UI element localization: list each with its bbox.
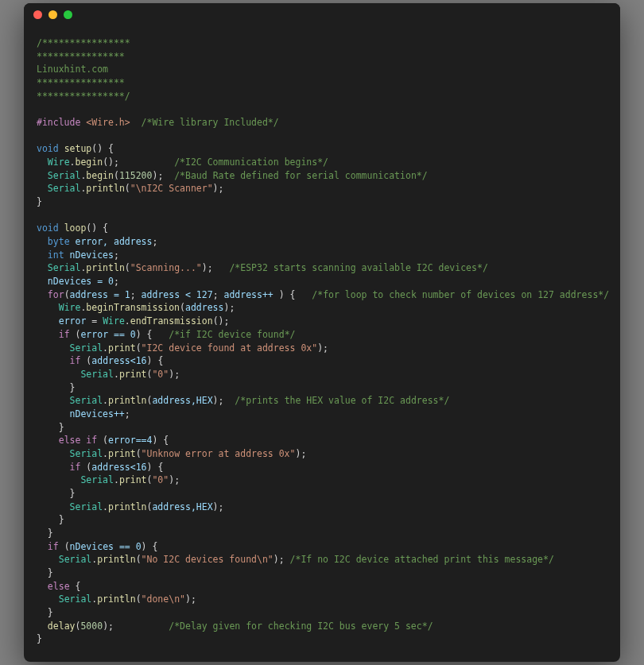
delay-arg: 5000: [80, 621, 103, 632]
serial-obj: Serial: [48, 262, 81, 273]
cond: error == 0: [80, 329, 135, 340]
wire-obj: Wire: [59, 302, 81, 313]
if-kw: if: [48, 541, 59, 552]
begin-tx: beginTransmission: [86, 302, 180, 313]
args: address,HEX: [152, 395, 212, 406]
serial-obj: Serial: [59, 593, 92, 605]
print: print: [108, 342, 136, 354]
if-kw: if: [70, 355, 81, 366]
serial-obj: Serial: [70, 448, 103, 459]
comment: /*ESP32 starts scanning available I2C de…: [229, 262, 487, 273]
close-icon[interactable]: [33, 10, 42, 19]
serial-println: println: [86, 183, 124, 194]
string: "\nI2C Scanner": [130, 183, 213, 194]
zoom-icon[interactable]: [64, 10, 72, 19]
type: int: [48, 249, 64, 261]
include-directive: #include: [37, 117, 80, 128]
serial-obj: Serial: [59, 554, 92, 565]
string: "Unknow error at address 0x": [142, 448, 296, 459]
type: byte: [48, 236, 70, 247]
println: println: [108, 501, 146, 512]
print: print: [119, 369, 147, 380]
serial-obj: Serial: [48, 170, 81, 181]
cond: error==4: [108, 435, 152, 446]
println: println: [97, 554, 135, 565]
wire-obj: Wire: [103, 315, 125, 327]
minimize-icon[interactable]: [48, 10, 57, 19]
serial-obj: Serial: [70, 395, 103, 406]
comment: /*Baud Rate defined for serial communica…: [174, 170, 428, 181]
for-inc: address++: [223, 289, 273, 300]
comment: /*I2C Communication begins*/: [174, 157, 328, 168]
comment: /*If no I2C device attached print this m…: [290, 554, 554, 565]
cond: nDevices == 0: [70, 541, 142, 552]
args: address,HEX: [152, 501, 212, 512]
serial-obj: Serial: [48, 183, 81, 194]
for-kw: for: [48, 289, 64, 300]
string: "done\n": [142, 593, 185, 605]
wire-obj: Wire: [48, 157, 70, 168]
code-window: /**************** **************** Linux…: [24, 3, 620, 662]
header-comment: /**************** **************** Linux…: [37, 37, 130, 102]
string: "I2C device found at address 0x": [142, 342, 318, 354]
string: "0": [152, 369, 169, 380]
end-tx: endTransmission: [130, 315, 213, 327]
string: "0": [152, 474, 169, 485]
comment: /*prints the HEX value of I2C address*/: [235, 395, 449, 406]
code-area: /**************** **************** Linux…: [24, 25, 620, 662]
cond: address<16: [91, 462, 146, 473]
serial-begin: begin: [86, 170, 114, 181]
serial-obj: Serial: [80, 369, 114, 380]
println: println: [108, 395, 146, 406]
stmt: nDevices++: [70, 408, 125, 419]
else-kw: else: [48, 581, 70, 592]
cond: address<16: [91, 355, 146, 366]
elseif-kw: else if: [59, 435, 97, 446]
wire-begin: begin: [76, 157, 103, 168]
print: print: [119, 474, 147, 485]
serial-obj: Serial: [70, 342, 103, 354]
serial-obj: Serial: [70, 501, 103, 512]
vars: nDevices: [70, 249, 114, 261]
setup-fn: setup: [64, 143, 92, 154]
vars: error, address: [76, 236, 153, 247]
for-init: address = 1: [70, 289, 130, 300]
println: println: [86, 262, 124, 273]
string: "No I2C devices found\n": [142, 554, 274, 565]
comment: /*Delay given for checking I2C bus every…: [169, 621, 433, 632]
lhs: error: [59, 315, 87, 327]
stmt: nDevices = 0: [48, 276, 114, 287]
include-header: <Wire.h>: [86, 117, 130, 128]
loop-ret: void: [37, 222, 59, 234]
arg: address: [185, 302, 223, 313]
delay-fn: delay: [48, 621, 76, 632]
baud: 115200: [119, 170, 153, 181]
setup-ret: void: [37, 143, 59, 154]
comment: /*if I2C device found*/: [169, 329, 295, 340]
print: print: [108, 448, 136, 459]
if-kw: if: [59, 329, 70, 340]
comment: /*for loop to check number of devices on…: [312, 289, 609, 300]
for-cond: address < 127: [142, 289, 213, 300]
if-kw: if: [70, 462, 81, 473]
loop-fn: loop: [64, 222, 87, 234]
string: "Scanning...": [130, 262, 202, 273]
include-comment: /*Wire library Included*/: [142, 117, 279, 128]
serial-obj: Serial: [80, 474, 114, 485]
println: println: [97, 593, 135, 605]
titlebar: [24, 3, 620, 25]
